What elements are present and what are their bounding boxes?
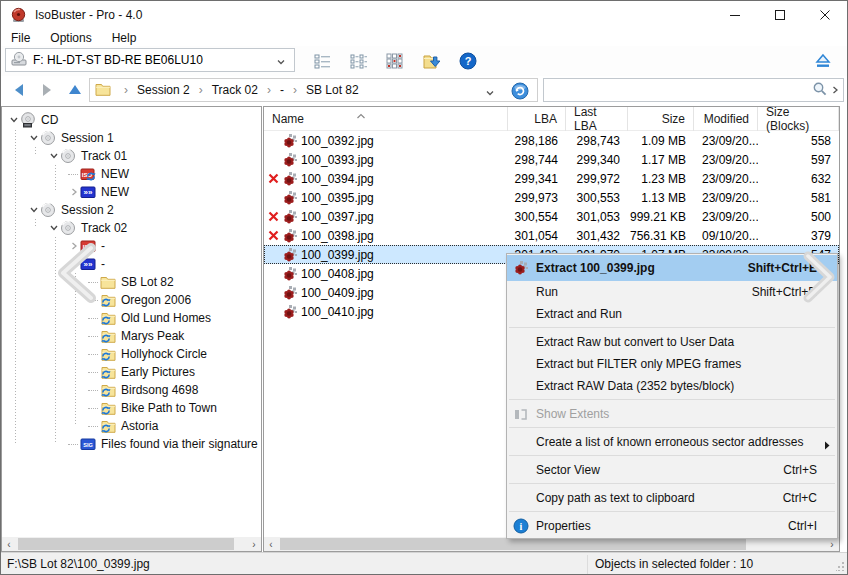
file-name: 100_0393.jpg bbox=[301, 153, 374, 167]
scroll-left-arrow[interactable]: ‹ bbox=[2, 537, 16, 551]
iso-sync-icon: ISO bbox=[80, 166, 96, 182]
context-menu-item-extract-but-filter-only-mpeg-frames[interactable]: Extract but FILTER only MPEG frames bbox=[507, 353, 837, 375]
tree-connector bbox=[88, 336, 98, 337]
help-button[interactable]: ? bbox=[453, 49, 483, 73]
tree-item-birdsong-4698[interactable]: Birdsong 4698 bbox=[2, 381, 261, 399]
breadcrumb-item[interactable]: SB Lot 82 bbox=[306, 83, 359, 97]
context-menu-item-extract-100-0399-jpg[interactable]: Extract 100_0399.jpgShift+Ctrl+E bbox=[507, 255, 837, 281]
tree-item-new[interactable]: ISONEW bbox=[2, 165, 261, 183]
maximize-button[interactable] bbox=[757, 1, 802, 29]
context-menu-item-run[interactable]: RunShift+Ctrl+R bbox=[507, 281, 837, 303]
menu-item-label: Extract and Run bbox=[536, 307, 622, 321]
collapse-chevron-icon[interactable] bbox=[28, 204, 40, 216]
collapse-chevron-icon[interactable] bbox=[28, 132, 40, 144]
go-icon[interactable] bbox=[511, 82, 529, 103]
column-header-size-blocks-[interactable]: Size (Blocks) bbox=[758, 107, 839, 131]
scrollbar-thumb[interactable] bbox=[18, 538, 234, 550]
tree-horizontal-scrollbar[interactable]: ‹ › bbox=[2, 537, 261, 551]
column-header-name[interactable]: Name bbox=[264, 107, 508, 131]
menu-help[interactable]: Help bbox=[110, 31, 139, 45]
tree-item-oregon-2006[interactable]: Oregon 2006 bbox=[2, 291, 261, 309]
breadcrumb-item[interactable]: - bbox=[280, 83, 284, 97]
tree-item-bike-path-to-town[interactable]: Bike Path to Town bbox=[2, 399, 261, 417]
file-row-100-0398-jpg[interactable]: 100_0398.jpg301,054301,432756.31 KB09/10… bbox=[264, 226, 839, 245]
tree-item--[interactable]: »»- bbox=[2, 255, 261, 273]
context-menu-item-extract-and-run[interactable]: Extract and Run bbox=[507, 303, 837, 325]
chevron-down-icon[interactable] bbox=[485, 87, 495, 101]
details-view-button[interactable] bbox=[343, 49, 373, 73]
tree-item-track-02[interactable]: Track 02 bbox=[2, 219, 261, 237]
collapse-chevron-icon[interactable] bbox=[8, 114, 20, 126]
file-name: 100_0392.jpg bbox=[301, 134, 374, 148]
breadcrumb[interactable]: ›Session 2›Track 02›-›SB Lot 82 bbox=[89, 78, 538, 102]
back-arrow-button[interactable] bbox=[7, 79, 31, 101]
cell-last-lba: 301,432 bbox=[566, 226, 628, 245]
up-arrow-button[interactable] bbox=[63, 79, 87, 101]
cell-modified: 23/09/20... bbox=[694, 188, 758, 207]
breadcrumb-item[interactable]: Track 02 bbox=[212, 83, 258, 97]
menu-separator bbox=[509, 511, 835, 512]
tree-item-astoria[interactable]: Astoria bbox=[2, 417, 261, 435]
column-header-lba[interactable]: LBA bbox=[508, 107, 566, 131]
next-folder-overlay-arrow[interactable] bbox=[798, 251, 840, 306]
file-row-100-0392-jpg[interactable]: 100_0392.jpg298,186298,7431.09 MB23/09/2… bbox=[264, 131, 839, 150]
list-view-button[interactable] bbox=[307, 49, 337, 73]
list-horizontal-scrollbar[interactable]: ‹ › bbox=[264, 537, 839, 551]
search-input[interactable] bbox=[546, 81, 804, 99]
collapse-chevron-icon[interactable] bbox=[48, 222, 60, 234]
tree-item-session-2[interactable]: Session 2 bbox=[2, 201, 261, 219]
thumbnails-view-icon bbox=[386, 53, 403, 69]
tree-item-session-1[interactable]: Session 1 bbox=[2, 129, 261, 147]
context-menu-item-properties[interactable]: iPropertiesCtrl+I bbox=[507, 515, 837, 537]
thumbnails-view-button[interactable] bbox=[379, 49, 409, 73]
minimize-button[interactable] bbox=[712, 1, 757, 29]
tree-item-sb-lot-82[interactable]: SB Lot 82 bbox=[2, 273, 261, 291]
scrollbar-thumb[interactable] bbox=[280, 538, 746, 550]
tree-item--[interactable]: ISO- bbox=[2, 237, 261, 255]
up-arrow-icon bbox=[67, 82, 83, 98]
tree-item-label: Track 02 bbox=[81, 221, 127, 235]
tree-item-files-found-via-their-signature[interactable]: SIGFiles found via their signature bbox=[2, 435, 261, 453]
tree-item-track-01[interactable]: Track 01 bbox=[2, 147, 261, 165]
eject-button[interactable] bbox=[809, 49, 837, 73]
extract-folder-button[interactable] bbox=[417, 49, 447, 73]
file-row-100-0395-jpg[interactable]: 100_0395.jpg299,973300,5531.13 MB23/09/2… bbox=[264, 188, 839, 207]
scroll-right-arrow[interactable]: › bbox=[825, 537, 839, 551]
tree-item-marys-peak[interactable]: Marys Peak bbox=[2, 327, 261, 345]
context-menu-item-copy-path-as-text-to-clipboard[interactable]: Copy path as text to clipboardCtrl+C bbox=[507, 487, 837, 509]
file-row-100-0394-jpg[interactable]: 100_0394.jpg299,341299,9721.23 MB23/09/2… bbox=[264, 169, 839, 188]
context-menu-item-sector-view[interactable]: Sector ViewCtrl+S bbox=[507, 459, 837, 481]
file-row-100-0397-jpg[interactable]: 100_0397.jpg300,554301,053999.21 KB23/09… bbox=[264, 207, 839, 226]
column-header-last-lba[interactable]: Last LBA bbox=[566, 107, 628, 131]
tree-item-hollyhock-circle[interactable]: Hollyhock Circle bbox=[2, 345, 261, 363]
close-button[interactable] bbox=[802, 1, 847, 29]
drive-selector[interactable]: F: HL-DT-ST BD-RE BE06LU10 bbox=[5, 48, 295, 72]
magnifier-icon[interactable] bbox=[812, 81, 828, 100]
forward-arrow-button[interactable] bbox=[35, 79, 59, 101]
tree-item-cd[interactable]: CD bbox=[2, 111, 261, 129]
context-menu-item-create-a-list-of-known-erroneous-sector-[interactable]: Create a list of known erroneous sector … bbox=[507, 431, 837, 453]
file-row-100-0393-jpg[interactable]: 100_0393.jpg298,744299,3401.17 MB23/09/2… bbox=[264, 150, 839, 169]
folder-sync-icon bbox=[100, 364, 116, 380]
cell-lba: 298,744 bbox=[508, 150, 566, 169]
menu-options[interactable]: Options bbox=[48, 31, 93, 45]
context-menu-item-extract-raw-data-2352-bytes-block-[interactable]: Extract RAW Data (2352 bytes/block) bbox=[507, 375, 837, 397]
jpg-file-icon bbox=[282, 190, 298, 206]
previous-folder-overlay-arrow[interactable] bbox=[51, 241, 105, 308]
column-header-modified[interactable]: Modified bbox=[694, 107, 758, 131]
scroll-right-arrow[interactable]: › bbox=[247, 537, 261, 551]
cell-last-lba: 301,053 bbox=[566, 207, 628, 226]
column-header-size[interactable]: Size bbox=[628, 107, 694, 131]
context-menu-item-extract-raw-but-convert-to-user-data[interactable]: Extract Raw but convert to User Data bbox=[507, 331, 837, 353]
resize-grip[interactable] bbox=[836, 560, 845, 574]
tree-item-new[interactable]: »»NEW bbox=[2, 183, 261, 201]
scroll-left-arrow[interactable]: ‹ bbox=[264, 537, 278, 551]
menu-file[interactable]: File bbox=[9, 31, 32, 45]
chevron-right-icon[interactable] bbox=[831, 84, 839, 98]
tree-item-early-pictures[interactable]: Early Pictures bbox=[2, 363, 261, 381]
menu-item-label: Extract Raw but convert to User Data bbox=[536, 335, 734, 349]
collapse-chevron-icon[interactable] bbox=[48, 150, 60, 162]
tree-item-old-lund-homes[interactable]: Old Lund Homes bbox=[2, 309, 261, 327]
expand-chevron-icon[interactable] bbox=[68, 186, 80, 198]
breadcrumb-item[interactable]: Session 2 bbox=[137, 83, 190, 97]
